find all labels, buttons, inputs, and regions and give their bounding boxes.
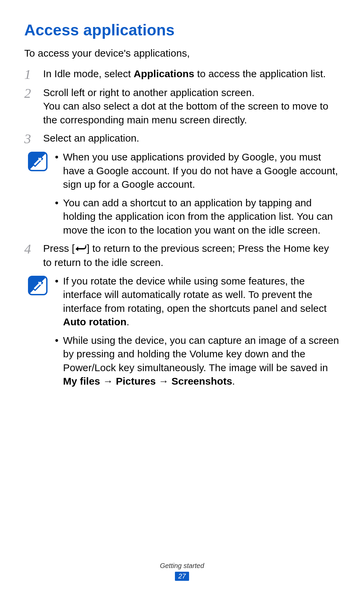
ui-label-auto-rotation: Auto rotation — [63, 316, 126, 327]
path-sep: → — [100, 376, 116, 387]
text-fragment: to access the application list. — [194, 68, 326, 79]
path-screenshots: Screenshots — [172, 376, 232, 387]
step-text: Scroll left or right to another applicat… — [43, 86, 340, 127]
note-item: If you rotate the device while using som… — [54, 274, 340, 329]
text-fragment: While using the device, you can capture … — [63, 335, 339, 373]
step-number: 2 — [24, 86, 37, 100]
text-line: You can also select a dot at the bottom … — [43, 99, 340, 127]
footer-section-label: Getting started — [0, 562, 364, 570]
step-number: 3 — [24, 131, 37, 146]
step-number: 1 — [24, 67, 37, 81]
note-box: When you use applications provided by Go… — [28, 150, 340, 237]
text-fragment: In Idle mode, select — [43, 68, 133, 79]
section-heading: Access applications — [24, 21, 340, 39]
page-footer: Getting started 27 — [0, 562, 364, 581]
step-4: 4 Press [] to return to the previous scr… — [24, 242, 340, 270]
step-2: 2 Scroll left or right to another applic… — [24, 86, 340, 127]
text-fragment: Press [ — [43, 243, 74, 254]
text-fragment: . — [126, 316, 129, 327]
text-line: Scroll left or right to another applicat… — [43, 86, 340, 100]
note-item: You can add a shortcut to an application… — [54, 196, 340, 237]
back-key-icon — [74, 242, 87, 256]
note-icon — [28, 152, 48, 171]
path-pictures: Pictures — [116, 376, 156, 387]
step-text: Select an application. — [43, 131, 139, 145]
note-icon — [28, 276, 48, 295]
note-box: If you rotate the device while using som… — [28, 274, 340, 388]
page-number: 27 — [175, 572, 189, 581]
step-text: In Idle mode, select Applications to acc… — [43, 67, 326, 81]
intro-text: To access your device's applications, — [24, 47, 340, 60]
step-1: 1 In Idle mode, select Applications to a… — [24, 67, 340, 81]
step-3: 3 Select an application. — [24, 131, 340, 146]
note-item: When you use applications provided by Go… — [54, 150, 340, 191]
ui-label-applications: Applications — [133, 68, 194, 79]
note-item: While using the device, you can capture … — [54, 334, 340, 388]
step-text: Press [] to return to the previous scree… — [43, 242, 340, 270]
path-my-files: My files — [63, 376, 100, 387]
path-sep: → — [156, 376, 172, 387]
text-fragment: If you rotate the device while using som… — [63, 275, 327, 314]
text-fragment: . — [232, 376, 235, 387]
step-number: 4 — [24, 242, 37, 256]
